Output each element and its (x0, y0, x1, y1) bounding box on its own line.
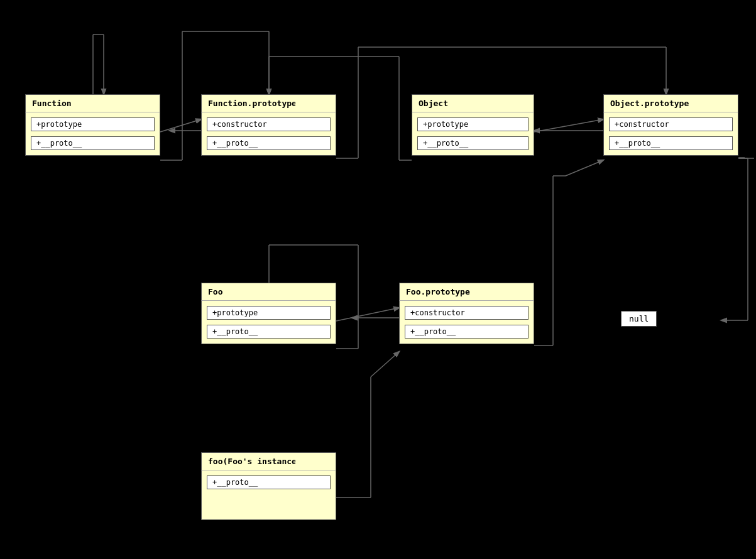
foo-box: Foo +prototype +__proto__ (201, 283, 336, 344)
function-prototype-title: Function.prototype (201, 94, 336, 112)
diagram-connections (0, 0, 756, 559)
object-box: Object +prototype +__proto__ (412, 94, 534, 156)
fooi-proto-field: +__proto__ (207, 475, 331, 489)
object-prototype-body: +constructor +__proto__ (603, 112, 738, 156)
foo-instance-title: foo(Foo's instance) (201, 452, 336, 470)
foo-proto-field: +__proto__ (207, 325, 331, 339)
object-body: +prototype +__proto__ (412, 112, 534, 156)
function-body: +prototype +__proto__ (25, 112, 160, 156)
svg-line-12 (534, 119, 603, 132)
object-prototype-box: Object.prototype +constructor +__proto__ (603, 94, 738, 156)
object-title: Object (412, 94, 534, 112)
fp-proto-field: +__proto__ (207, 136, 331, 150)
object-proto-field: +__proto__ (417, 136, 529, 150)
foo-prototype-title: Foo.prototype (399, 283, 534, 300)
foo-prototype-body: +constructor +__proto__ (399, 300, 534, 344)
op-constructor-field: +constructor (609, 117, 733, 131)
function-prototype-field: +prototype (31, 117, 155, 131)
function-box: Function +prototype +__proto__ (25, 94, 160, 156)
object-prototype-title: Object.prototype (603, 94, 738, 112)
null-box: null (621, 311, 657, 327)
fooproto-constructor-field: +constructor (405, 306, 529, 320)
svg-line-0 (160, 119, 201, 132)
svg-line-25 (336, 308, 399, 321)
foo-prototype-box: Foo.prototype +constructor +__proto__ (399, 283, 534, 344)
object-prototype-field: +prototype (417, 117, 529, 131)
function-proto-field: +__proto__ (31, 136, 155, 150)
function-prototype-box: Function.prototype +constructor +__proto… (201, 94, 336, 156)
function-title: Function (25, 94, 160, 112)
svg-line-30 (566, 160, 603, 176)
foo-prototype-field: +prototype (207, 306, 331, 320)
op-proto-field: +__proto__ (609, 136, 733, 150)
function-prototype-body: +constructor +__proto__ (201, 112, 336, 156)
svg-line-36 (371, 352, 399, 377)
foo-body: +prototype +__proto__ (201, 300, 336, 344)
foo-instance-body: +__proto__ (201, 470, 336, 520)
foo-title: Foo (201, 283, 336, 300)
fp-constructor-field: +constructor (207, 117, 331, 131)
fooproto-proto-field: +__proto__ (405, 325, 529, 339)
foo-instance-box: foo(Foo's instance) +__proto__ (201, 452, 336, 520)
